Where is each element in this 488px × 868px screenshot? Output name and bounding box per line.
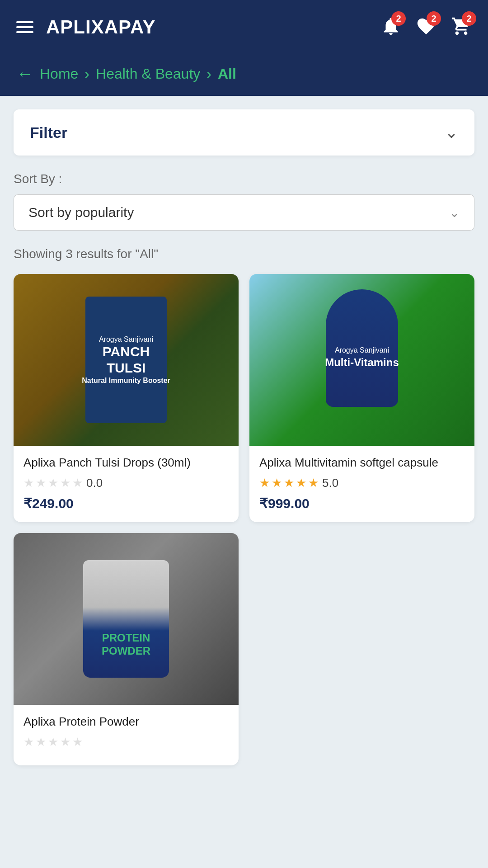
- star-1-3: ★: [48, 476, 58, 490]
- breadcrumb: ← Home › Health & Beauty › All: [0, 54, 488, 96]
- rating-value-1: 0.0: [86, 476, 103, 490]
- star-1-2: ★: [36, 476, 46, 490]
- breadcrumb-current: All: [218, 66, 236, 82]
- wishlist-icon-wrap[interactable]: 2: [416, 16, 436, 38]
- star-2-2: ★: [272, 476, 282, 490]
- filter-label: Filter: [30, 124, 67, 142]
- star-3-1: ★: [23, 735, 34, 749]
- header: APLIXAPAY 2 2 2: [0, 0, 488, 54]
- back-button[interactable]: ←: [16, 65, 33, 82]
- product-price-1: ₹249.00: [23, 495, 229, 511]
- cart-badge: 2: [462, 11, 476, 26]
- product-rating-3: ★ ★ ★ ★ ★: [23, 735, 229, 749]
- product-name-3: Aplixa Protein Powder: [23, 714, 229, 730]
- notification-icon-wrap[interactable]: 2: [380, 16, 401, 38]
- cart-icon-wrap[interactable]: 2: [451, 16, 472, 38]
- results-label: Showing 3 results for "All": [14, 247, 474, 261]
- product-price-2: ₹999.00: [259, 495, 465, 511]
- star-1-1: ★: [23, 476, 34, 490]
- star-3-3: ★: [48, 735, 58, 749]
- sort-select[interactable]: Sort by popularity ⌄: [14, 194, 474, 231]
- star-1-5: ★: [72, 476, 83, 490]
- main-content: Filter ⌄ Sort By : Sort by popularity ⌄ …: [0, 96, 488, 783]
- product-rating-2: ★ ★ ★ ★ ★ 5.0: [259, 476, 465, 490]
- breadcrumb-sep-1: ›: [84, 66, 89, 82]
- star-3-5: ★: [72, 735, 83, 749]
- logo: APLIXAPAY: [46, 16, 155, 38]
- filter-chevron-icon: ⌄: [445, 123, 458, 142]
- sort-selected-value: Sort by popularity: [28, 205, 134, 220]
- hamburger-menu[interactable]: [16, 21, 33, 33]
- wishlist-badge: 2: [427, 11, 441, 26]
- product-card-2[interactable]: Arogya Sanjivani Multi-Vitamins Aplixa M…: [249, 274, 474, 522]
- product-name-1: Aplixa Panch Tulsi Drops (30ml): [23, 455, 229, 471]
- star-2-4: ★: [296, 476, 306, 490]
- breadcrumb-home[interactable]: Home: [40, 66, 78, 82]
- star-1-4: ★: [60, 476, 70, 490]
- notification-badge: 2: [391, 11, 406, 26]
- product-card-1[interactable]: Arogya Sanjivani PANCHTULSI Natural Immu…: [14, 274, 239, 522]
- breadcrumb-category[interactable]: Health & Beauty: [96, 66, 200, 82]
- star-2-1: ★: [259, 476, 270, 490]
- product-grid: Arogya Sanjivani PANCHTULSI Natural Immu…: [14, 274, 474, 765]
- sort-chevron-icon: ⌄: [449, 205, 460, 220]
- product-rating-1: ★ ★ ★ ★ ★ 0.0: [23, 476, 229, 490]
- star-3-4: ★: [60, 735, 70, 749]
- filter-box[interactable]: Filter ⌄: [14, 109, 474, 156]
- product-card-3[interactable]: PROTEINPOWDER Aplixa Protein Powder ★ ★ …: [14, 533, 239, 765]
- star-2-5: ★: [308, 476, 319, 490]
- breadcrumb-sep-2: ›: [206, 66, 211, 82]
- product-name-2: Aplixa Multivitamin softgel capsule: [259, 455, 465, 471]
- star-3-2: ★: [36, 735, 46, 749]
- rating-value-2: 5.0: [322, 476, 338, 490]
- star-2-3: ★: [284, 476, 294, 490]
- empty-grid-cell: [249, 533, 474, 765]
- sort-label: Sort By :: [14, 172, 474, 186]
